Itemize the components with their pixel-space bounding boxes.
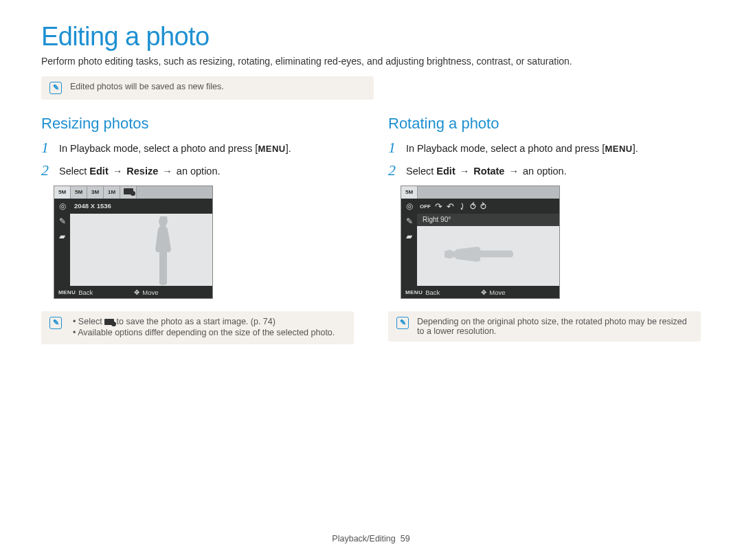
screenshot-footer: MENU Back ✥ Move — [401, 286, 559, 298]
step-text: In Playback mode, select a photo and pre… — [59, 141, 291, 157]
resize-screenshot: 5M 5M 3M 1M ◎ ✎ ▰ 2048 X 1536 MENU B — [54, 186, 213, 299]
move-icon: ✥ — [481, 289, 489, 296]
resize-tabs: 5M 5M 3M 1M — [54, 186, 212, 199]
start-image-icon — [104, 319, 114, 325]
back-label: Back — [425, 289, 440, 296]
tab-3m: 3M — [87, 186, 104, 199]
silhouette-icon — [146, 216, 181, 285]
tab-5m: 5M — [401, 186, 418, 199]
resize-step-1: 1 In Playback mode, select a photo and p… — [41, 141, 354, 157]
step-text: Select Edit → Rotate → an option. — [406, 164, 567, 179]
intro-text: Perform photo editing tasks, such as res… — [41, 56, 701, 67]
resize-note-list: Select to save the photo as a start imag… — [70, 317, 335, 339]
note-icon: ✎ — [49, 82, 62, 94]
tab-5m: 5M — [54, 186, 71, 199]
rotate-right-icon: ↷ — [435, 201, 442, 212]
step-number: 1 — [388, 141, 399, 157]
resize-preview — [70, 214, 212, 286]
rotate-step-2: 2 Select Edit → Rotate → an option. — [388, 164, 701, 179]
move-icon: ✥ — [134, 289, 142, 296]
flip-h-icon: ⥀ — [470, 201, 476, 212]
rotate-option-icons: OFF ↷ ↶ ⤸ ⥀ ⥁ — [417, 199, 559, 214]
step-number: 1 — [41, 141, 52, 157]
tab-5m-alt: 5M — [71, 186, 87, 199]
tag-icon: ▰ — [401, 229, 417, 244]
side-icon-column: ◎ ✎ ▰ — [401, 199, 417, 286]
back-label: Back — [78, 289, 93, 296]
side-icon-column: ◎ ✎ ▰ — [54, 199, 70, 286]
step-text: In Playback mode, select a photo and pre… — [406, 141, 638, 157]
start-image-icon — [120, 186, 137, 199]
page-title: Editing a photo — [41, 22, 701, 52]
resize-step-2: 2 Select Edit → Resize → an option. — [41, 164, 354, 179]
footer-page-number: 59 — [401, 534, 410, 544]
screenshot-footer: MENU Back ✥ Move — [54, 286, 212, 298]
resize-note: ✎ Select to save the photo as a start im… — [41, 311, 354, 344]
resize-icon: ◎ — [401, 199, 417, 214]
menu-back-label: MENU — [54, 289, 78, 295]
silhouette-icon — [445, 238, 513, 270]
off-icon: OFF — [420, 203, 431, 210]
option-size-label: 2048 X 1536 — [70, 199, 212, 214]
rotate-180-icon: ⤸ — [458, 201, 466, 212]
move-label: Move — [489, 289, 505, 296]
menu-back-label: MENU — [401, 289, 425, 295]
heading-resizing: Resizing photos — [41, 115, 354, 133]
menu-label: MENU — [605, 144, 632, 154]
column-resizing: Resizing photos 1 In Playback mode, sele… — [41, 115, 354, 344]
rotate-screenshot: 5M ◎ ✎ ▰ OFF ↷ ↶ ⤸ ⥀ ⥁ Right 90° — [401, 186, 560, 299]
flip-v-icon: ⥁ — [480, 201, 486, 212]
rotate-left-icon: ↶ — [447, 201, 454, 212]
top-note: ✎ Edited photos will be saved as new fil… — [41, 76, 374, 100]
resize-note-line1: Select to save the photo as a start imag… — [73, 317, 335, 326]
heading-rotating: Rotating a photo — [388, 115, 701, 133]
note-icon: ✎ — [396, 317, 409, 329]
edit-icon: ✎ — [401, 214, 417, 229]
tab-1m: 1M — [104, 186, 120, 199]
top-note-text: Edited photos will be saved as new files… — [70, 82, 224, 91]
rotate-option-label: Right 90° — [417, 214, 559, 226]
page-footer: Playback/Editing 59 — [0, 534, 742, 544]
resize-icon: ◎ — [54, 199, 70, 214]
column-rotating: Rotating a photo 1 In Playback mode, sel… — [388, 115, 701, 344]
step-number: 2 — [41, 164, 52, 179]
edit-icon: ✎ — [54, 214, 70, 229]
footer-section: Playback/Editing — [332, 534, 395, 544]
step-number: 2 — [388, 164, 399, 179]
resize-note-line2: Available options differ depending on th… — [73, 328, 335, 337]
step-text: Select Edit → Resize → an option. — [59, 164, 221, 179]
rotate-note: ✎ Depending on the original photo size, … — [388, 311, 701, 341]
note-icon: ✎ — [49, 317, 62, 329]
rotate-tabs: 5M — [401, 186, 559, 199]
menu-label: MENU — [258, 144, 285, 154]
rotate-preview — [417, 226, 559, 286]
tag-icon: ▰ — [54, 229, 70, 244]
move-label: Move — [142, 289, 158, 296]
rotate-note-text: Depending on the original photo size, th… — [417, 317, 693, 336]
rotate-step-1: 1 In Playback mode, select a photo and p… — [388, 141, 701, 157]
